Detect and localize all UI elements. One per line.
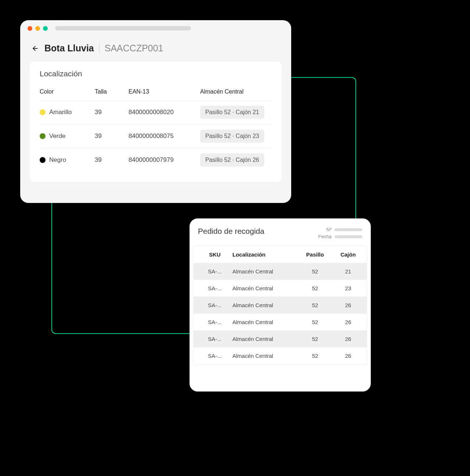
col-warehouse: Almacén Central [200,88,272,95]
col-bin: Cajón [332,251,365,258]
picking-meta: Nº Fecha [318,227,362,241]
cell-location: Pasillo 52 · Cajón 21 [200,106,272,119]
cell-color: Amarillo [40,109,95,116]
table-row: SA-... Almacén Central 52 26 [194,348,367,364]
col-sku: SKU [197,251,232,258]
cell-color: Verde [40,132,95,140]
address-bar-placeholder [55,26,191,30]
cell-location: Almacén Central [232,285,299,291]
col-color: Color [40,88,95,95]
header-divider [99,43,100,54]
cell-location: Almacén Central [232,319,299,325]
meta-number-skeleton [335,228,362,231]
picking-title: Pedido de recogida [198,227,264,241]
picking-table-header: SKU Localización Pasillo Cajón [194,246,367,263]
cell-aisle: 52 [299,319,332,325]
color-name: Verde [49,132,65,140]
product-window: Bota Lluvia SAACCZP001 Localización Colo… [20,20,291,203]
col-aisle: Pasillo [299,251,332,258]
product-name: Bota Lluvia [44,43,94,54]
cell-bin: 23 [332,285,365,291]
picking-header: Pedido de recogida Nº Fecha [190,227,370,246]
cell-bin: 26 [332,353,365,359]
table-row: Verde 39 8400000008075 Pasillo 52 · Cajó… [40,124,272,148]
color-swatch-icon [40,109,46,115]
back-button[interactable] [31,44,39,52]
table-row: Negro 39 8400000007979 Pasillo 52 · Cajó… [40,148,272,172]
cell-location: Pasillo 52 · Cajón 26 [200,153,272,167]
cell-aisle: 52 [299,336,332,342]
cell-ean: 8400000008075 [129,132,200,140]
color-name: Amarillo [49,109,72,116]
localization-card: Localización Color Talla EAN-13 Almacén … [29,61,282,182]
cell-aisle: 52 [299,302,332,308]
window-maximize-icon[interactable] [43,26,48,31]
cell-aisle: 52 [299,285,332,291]
table-row: SA-... Almacén Central 52 26 [194,297,367,314]
location-chip[interactable]: Pasillo 52 · Cajón 23 [200,130,264,143]
cell-sku: SA-... [197,353,232,359]
page-header: Bota Lluvia SAACCZP001 [20,36,291,61]
cell-location: Almacén Central [232,302,299,308]
cell-size: 39 [95,156,129,164]
table-row: SA-... Almacén Central 52 21 [194,263,367,280]
cell-sku: SA-... [197,285,232,291]
cell-ean: 8400000008020 [129,109,200,116]
product-code: SAACCZP001 [105,43,163,54]
location-chip[interactable]: Pasillo 52 · Cajón 26 [200,153,264,167]
picking-window: Pedido de recogida Nº Fecha SKU Localiza… [189,218,371,392]
table-row: SA-... Almacén Central 52 26 [194,314,367,331]
cell-sku: SA-... [197,336,232,342]
cell-bin: 26 [332,319,365,325]
window-close-icon[interactable] [28,26,32,31]
cell-bin: 26 [332,336,365,342]
col-size: Talla [95,88,129,95]
color-swatch-icon [40,133,46,139]
cell-location: Almacén Central [232,353,299,359]
picking-table: SKU Localización Pasillo Cajón SA-... Al… [193,246,367,364]
cell-location: Almacén Central [232,268,299,275]
cell-sku: SA-... [197,268,232,275]
color-name: Negro [49,156,66,164]
location-chip[interactable]: Pasillo 52 · Cajón 21 [200,106,264,119]
cell-aisle: 52 [299,353,332,359]
cell-bin: 21 [332,268,365,275]
col-ean: EAN-13 [129,88,200,95]
cell-aisle: 52 [299,268,332,275]
window-titlebar [20,20,291,36]
table-row: Amarillo 39 8400000008020 Pasillo 52 · C… [40,101,272,124]
cell-size: 39 [95,132,129,140]
arrow-left-icon [32,45,39,52]
window-minimize-icon[interactable] [35,26,40,31]
col-location: Localización [232,251,299,258]
table-row: SA-... Almacén Central 52 23 [194,280,367,297]
cell-location: Almacén Central [232,336,299,342]
cell-size: 39 [95,109,129,116]
localization-title: Localización [40,69,272,78]
cell-ean: 8400000007979 [129,156,200,164]
cell-color: Negro [40,156,95,164]
meta-date-skeleton [335,235,362,238]
table-row: SA-... Almacén Central 52 26 [194,331,367,348]
cell-sku: SA-... [197,302,232,308]
cell-bin: 26 [332,302,365,308]
color-swatch-icon [40,157,46,163]
cell-location: Pasillo 52 · Cajón 23 [200,130,272,143]
meta-number-label: Nº [326,227,332,232]
meta-date-label: Fecha [318,234,332,239]
localization-table: Color Talla EAN-13 Almacén Central Amari… [40,86,272,172]
cell-sku: SA-... [197,319,232,325]
localization-table-header: Color Talla EAN-13 Almacén Central [40,86,272,101]
